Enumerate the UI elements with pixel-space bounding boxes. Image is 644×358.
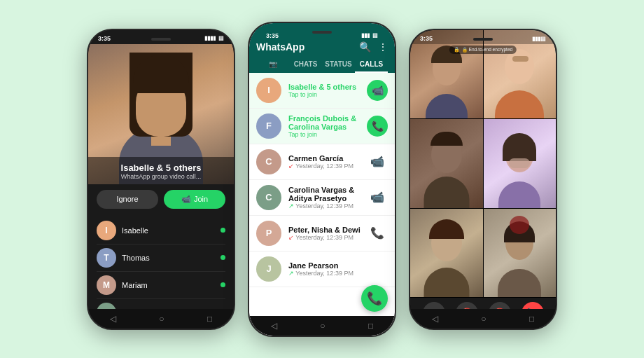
- video-cell-3: [410, 119, 483, 208]
- bottom-nav-left: ◁ ○ □: [88, 309, 234, 329]
- tap-join: Tap to join: [288, 131, 367, 138]
- list-item[interactable]: J Jane Pearson ↗ Yesterday, 12:39 PM: [249, 252, 395, 287]
- signal-right: ▮▮▮▤: [532, 35, 546, 42]
- back-icon[interactable]: ◁: [432, 314, 438, 324]
- signal-middle: ▮▮▮ ▤: [361, 32, 378, 39]
- avatar: P: [256, 221, 281, 246]
- video-icon-join: 📹: [181, 195, 191, 204]
- list-item[interactable]: C Carolina Vargas & Aditya Prasetyo ↗ Ye…: [249, 180, 395, 216]
- avatar: I: [256, 78, 281, 103]
- avatar: T: [97, 248, 116, 268]
- call-info: Peter, Nisha & Dewi ↙ Yesterday, 12:39 P…: [288, 226, 367, 241]
- speaker-left: [151, 38, 171, 41]
- phone-middle: 3:35 ▮▮▮ ▤ WhatsApp 🔍 ⋮: [248, 22, 396, 337]
- tab-chats[interactable]: CHATS: [289, 55, 322, 73]
- recents-icon[interactable]: □: [529, 314, 534, 324]
- call-time: ↗ Yesterday, 12:39 PM: [288, 202, 367, 209]
- more-icon[interactable]: ⋮: [378, 41, 388, 53]
- call-time: ↙ Yesterday, 12:39 PM: [288, 234, 367, 241]
- back-icon[interactable]: ◁: [271, 321, 277, 331]
- list-item: T Thomas: [97, 245, 225, 272]
- video-icon: 📹: [367, 151, 388, 172]
- new-call-fab[interactable]: 📞: [361, 285, 388, 312]
- video-cell-5: [410, 209, 483, 298]
- call-info: Carmen García ↙ Yesterday, 12:39 PM: [288, 154, 367, 170]
- home-icon[interactable]: ○: [481, 314, 486, 324]
- call-info: Isabelle & 5 others Tap to join: [288, 83, 367, 98]
- avatar: M: [97, 275, 116, 295]
- avatar: C: [256, 185, 281, 210]
- list-item[interactable]: I Isabelle & 5 others Tap to join 📹: [249, 73, 395, 109]
- screen-right: 3:35 ▮▮▮▤ 🔒 🔒 End-to-end encrypted: [410, 30, 556, 329]
- header-icons: 🔍 ⋮: [359, 41, 388, 53]
- phone-add-icon: 📞: [367, 291, 382, 306]
- contact-name: Jane Pearson: [288, 261, 388, 270]
- tab-camera[interactable]: 📷: [256, 55, 289, 73]
- avatar: C: [256, 149, 281, 174]
- home-icon[interactable]: ○: [159, 314, 164, 324]
- recents-icon[interactable]: □: [368, 321, 373, 331]
- list-item: I Isabelle: [97, 217, 225, 245]
- participant-name: Thomas: [122, 254, 220, 262]
- phones-container: 3:35 ▮▮▮▮ ▤: [80, 0, 564, 358]
- video-grid: [410, 30, 556, 298]
- tab-status[interactable]: STATUS: [322, 55, 355, 73]
- header-top: WhatsApp 🔍 ⋮: [256, 41, 388, 55]
- incoming-photo: Isabelle & 5 others WhatsApp group video…: [88, 44, 234, 184]
- tab-calls[interactable]: CALLS: [355, 55, 388, 73]
- avatar: J: [256, 256, 281, 282]
- screen-left: 3:35 ▮▮▮▮ ▤: [88, 30, 234, 329]
- list-item: M Mariam: [97, 272, 225, 299]
- call-time: ↗ Yesterday, 12:39 PM: [288, 270, 388, 277]
- contact-name: François Dubois & Carolina Vargas: [288, 114, 367, 131]
- avatar: F: [256, 113, 281, 139]
- contact-name: Carolina Vargas & Aditya Prasetyo: [288, 186, 367, 202]
- ignore-button[interactable]: Ignore: [97, 190, 158, 209]
- camera-icon: 📷: [269, 60, 277, 68]
- call-subtitle-left: WhatsApp group video call...: [97, 173, 225, 180]
- video-icon: 📹: [367, 187, 388, 208]
- contact-name: Peter, Nisha & Dewi: [288, 226, 367, 234]
- bottom-nav-right: ◁ ○ □: [410, 309, 556, 329]
- recents-icon[interactable]: □: [207, 314, 212, 324]
- call-buttons: Ignore 📹 Join: [88, 184, 234, 214]
- search-icon[interactable]: 🔍: [359, 41, 371, 53]
- participant-name: Isabelle: [122, 226, 220, 235]
- status-bar-right: 3:35 ▮▮▮▤: [410, 30, 556, 44]
- home-icon[interactable]: ○: [320, 321, 325, 331]
- list-item[interactable]: F François Dubois & Carolina Vargas Tap …: [249, 109, 395, 144]
- time-middle: 3:35: [266, 32, 279, 39]
- video-cell-6: [484, 209, 556, 298]
- call-info: Jane Pearson ↗ Yesterday, 12:39 PM: [288, 261, 388, 277]
- avatar: I: [97, 221, 116, 240]
- encrypted-label: 🔒 End-to-end encrypted: [462, 47, 512, 53]
- participant-name: Mariam: [122, 281, 220, 289]
- contact-name: Carmen García: [288, 154, 367, 163]
- screen-middle: 3:35 ▮▮▮ ▤ WhatsApp 🔍 ⋮: [249, 23, 395, 336]
- call-info-overlay: Isabelle & 5 others WhatsApp group video…: [88, 157, 234, 184]
- phone-right: 3:35 ▮▮▮▤ 🔒 🔒 End-to-end encrypted: [409, 29, 557, 330]
- list-item[interactable]: C Carmen García ↙ Yesterday, 12:39 PM 📹: [249, 144, 395, 180]
- signal-left: ▮▮▮▮ ▤: [204, 35, 224, 41]
- status-bar-middle: 3:35 ▮▮▮ ▤: [256, 27, 388, 41]
- back-icon[interactable]: ◁: [110, 314, 116, 324]
- status-bar-left: 3:35 ▮▮▮▮ ▤: [88, 30, 234, 44]
- join-button[interactable]: 📹 Join: [164, 190, 225, 209]
- online-indicator: [220, 255, 225, 260]
- bottom-nav-middle: ◁ ○ □: [249, 316, 395, 336]
- video-call-button[interactable]: 📹: [367, 80, 388, 101]
- online-indicator: [220, 228, 225, 233]
- call-name-left: Isabelle & 5 others: [97, 163, 225, 173]
- list-item[interactable]: P Peter, Nisha & Dewi ↙ Yesterday, 12:39…: [249, 216, 395, 252]
- call-info: François Dubois & Carolina Vargas Tap to…: [288, 114, 367, 138]
- time-left: 3:35: [98, 35, 111, 42]
- encrypted-banner: 🔒 🔒 End-to-end encrypted: [449, 46, 517, 54]
- lock-icon: 🔒: [454, 47, 460, 53]
- tap-join: Tap to join: [288, 91, 367, 98]
- online-indicator: [220, 282, 225, 287]
- time-right: 3:35: [420, 35, 433, 42]
- app-title: WhatsApp: [256, 41, 304, 53]
- phone-left: 3:35 ▮▮▮▮ ▤: [87, 29, 235, 330]
- phone-call-button[interactable]: 📞: [367, 116, 388, 137]
- tabs-row: 📷 CHATS STATUS CALLS: [256, 55, 388, 73]
